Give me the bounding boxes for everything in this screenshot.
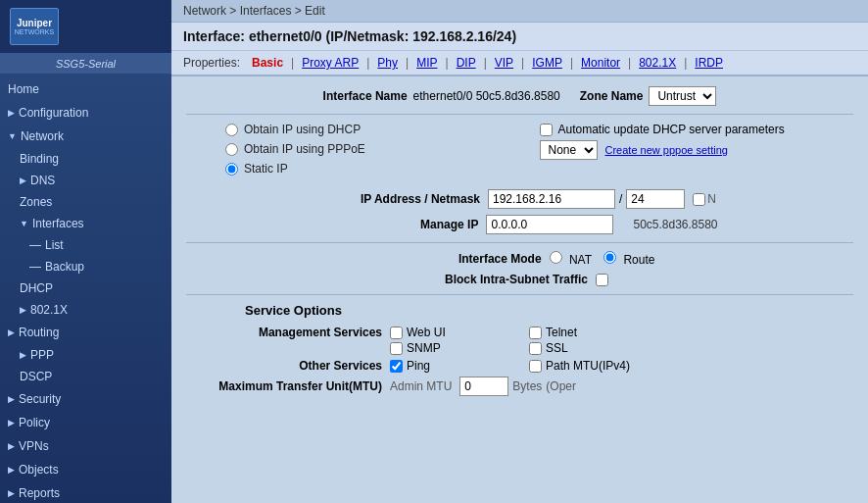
sidebar-item-dscp[interactable]: DSCP [0, 366, 171, 387]
ip-left: Obtain IP using DHCP Obtain IP using PPP… [186, 123, 540, 181]
sidebar-item-binding[interactable]: Binding [0, 148, 171, 170]
mode-options: NAT Route [550, 251, 655, 267]
ssl-check: SSL [529, 341, 666, 355]
webui-label: Web UI [407, 326, 446, 339]
pppoe-radio-row: Obtain IP using PPPoE [225, 142, 540, 156]
sidebar-item-vpns[interactable]: ▶VPNs [0, 434, 171, 458]
sidebar-item-ppp[interactable]: ▶PPP [0, 344, 171, 366]
webui-checkbox[interactable] [390, 327, 403, 339]
tab-igmp[interactable]: IGMP [528, 55, 566, 71]
tab-phy[interactable]: Phy [373, 55, 402, 71]
ip-options-area: Obtain IP using DHCP Obtain IP using PPP… [186, 123, 853, 181]
mtu-label: Maximum Transfer Unit(MTU) [186, 379, 382, 393]
route-radio[interactable] [603, 251, 616, 264]
manage-ip-input[interactable] [486, 215, 613, 234]
path-mtu-checkbox[interactable] [529, 360, 542, 373]
tab-8021x[interactable]: 802.1X [635, 55, 680, 71]
bytes-label: Bytes [512, 379, 542, 393]
path-mtu-check: Path MTU(IPv4) [529, 359, 666, 373]
netmask-extra: N [707, 192, 716, 206]
sidebar-item-routing[interactable]: ▶Routing [0, 321, 171, 344]
static-label: Static IP [244, 162, 288, 176]
sidebar-item-policy[interactable]: ▶Policy [0, 411, 171, 434]
static-radio-row: Static IP [225, 162, 540, 176]
sidebar-logo: Juniper NETWORKS [0, 0, 171, 54]
ip-right: Automatic update DHCP server parameters … [540, 123, 854, 181]
sidebar: Juniper NETWORKS SSG5-Serial Home ▶Confi… [0, 0, 171, 503]
sidebar-item-interfaces-backup[interactable]: —Backup [0, 256, 171, 277]
main-content: Network > Interfaces > Edit Interface: e… [171, 0, 868, 503]
nat-label: NAT [569, 253, 592, 267]
sidebar-item-interfaces[interactable]: ▼Interfaces [0, 213, 171, 234]
other-services-row: Other Services Ping Path MTU(IPv4) [186, 359, 853, 373]
interface-name-row: Interface Name ethernet0/0 50c5.8d36.858… [186, 86, 853, 106]
snmp-checkbox[interactable] [390, 342, 403, 355]
tab-mip[interactable]: MIP [412, 55, 441, 71]
sidebar-item-security[interactable]: ▶Security [0, 387, 171, 411]
ping-checkbox[interactable] [390, 360, 403, 373]
netmask-checkbox[interactable] [693, 193, 705, 206]
services-grid: Web UI Telnet SNMP SSL [390, 326, 666, 355]
static-radio[interactable] [225, 163, 238, 176]
webui-check: Web UI [390, 326, 527, 339]
nat-option: NAT [550, 251, 592, 267]
netmask-input[interactable] [626, 189, 685, 209]
sidebar-item-objects[interactable]: ▶Objects [0, 458, 171, 481]
other-services-grid: Ping Path MTU(IPv4) [390, 359, 666, 373]
mac-address: 50c5.8d36.8580 [633, 218, 717, 231]
sidebar-item-zones[interactable]: Zones [0, 191, 171, 213]
sidebar-item-reports[interactable]: ▶Reports [0, 481, 171, 503]
sidebar-item-home[interactable]: Home [0, 77, 171, 101]
create-pppoe-link[interactable]: Create new pppoe setting [605, 144, 728, 156]
auto-dhcp-checkbox[interactable] [540, 124, 553, 136]
tab-monitor[interactable]: Monitor [577, 55, 624, 71]
logo-text: Juniper [17, 18, 52, 28]
service-options-title: Service Options [245, 303, 853, 318]
manage-ip-label: Manage IP [321, 218, 478, 231]
tab-dip[interactable]: DIP [453, 55, 480, 71]
block-traffic-label: Block Intra-Subnet Traffic [431, 273, 588, 286]
zone-name-label: Zone Name [580, 89, 644, 103]
dhcp-radio-row: Obtain IP using DHCP [225, 123, 540, 136]
mtu-input[interactable] [459, 377, 508, 396]
sidebar-item-8021x[interactable]: ▶802.1X [0, 299, 171, 321]
tab-proxy-arp[interactable]: Proxy ARP [298, 55, 362, 71]
nat-radio[interactable] [550, 251, 562, 264]
sidebar-item-network[interactable]: ▼Network [0, 125, 171, 148]
sidebar-item-dns[interactable]: ▶DNS [0, 170, 171, 191]
telnet-checkbox[interactable] [529, 327, 542, 339]
breadcrumb: Network > Interfaces > Edit [171, 0, 868, 23]
sidebar-item-configuration[interactable]: ▶Configuration [0, 101, 171, 125]
manage-ip-row: Manage IP 50c5.8d36.8580 [186, 215, 853, 234]
dhcp-label: Obtain IP using DHCP [244, 123, 361, 136]
ip-address-input[interactable] [488, 189, 615, 209]
ping-label: Ping [407, 359, 430, 373]
logo-networks: NETWORKS [15, 28, 54, 35]
interface-name-value: ethernet0/0 50c5.8d36.8580 [413, 89, 560, 103]
ping-check: Ping [390, 359, 527, 373]
auto-update-row: Automatic update DHCP server parameters [540, 123, 854, 136]
ip-address-row: IP Address / Netmask / N [186, 189, 853, 209]
mtu-row: Maximum Transfer Unit(MTU) Admin MTU Byt… [186, 377, 853, 396]
dhcp-radio[interactable] [225, 124, 238, 136]
sidebar-item-dhcp[interactable]: DHCP [0, 277, 171, 299]
service-options-section: Service Options Management Services Web … [186, 303, 853, 396]
properties-label: Properties: [183, 56, 240, 70]
interface-name-label: Interface Name [323, 89, 408, 103]
pppoe-select[interactable]: None [540, 140, 598, 160]
tab-vip[interactable]: VIP [491, 55, 517, 71]
block-traffic-checkbox[interactable] [596, 274, 608, 286]
zone-select[interactable]: Untrust Trust DMZ MGT Null [649, 86, 716, 106]
sidebar-item-interfaces-list[interactable]: —List [0, 234, 171, 256]
block-traffic-row: Block Intra-Subnet Traffic [186, 273, 853, 286]
telnet-label: Telnet [546, 326, 577, 339]
ssl-checkbox[interactable] [529, 342, 542, 355]
snmp-check: SNMP [390, 341, 527, 355]
pppoe-radio[interactable] [225, 143, 238, 156]
snmp-label: SNMP [407, 341, 441, 355]
management-services-label: Management Services [186, 326, 382, 339]
tab-irdp[interactable]: IRDP [691, 55, 727, 71]
juniper-logo: Juniper NETWORKS [10, 8, 59, 45]
device-name: SSG5-Serial [0, 54, 171, 74]
tab-basic[interactable]: Basic [248, 55, 287, 71]
